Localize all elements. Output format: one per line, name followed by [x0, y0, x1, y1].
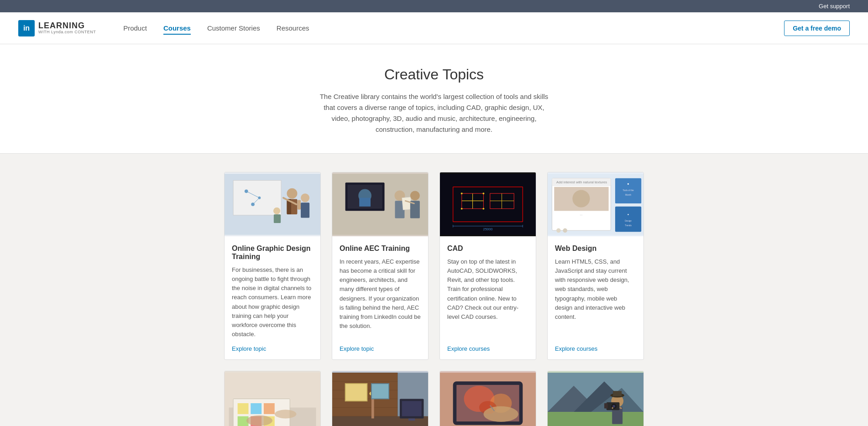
svg-point-72 [246, 416, 272, 426]
aec-illustration [332, 172, 428, 236]
card-title-web-design: Web Design [555, 244, 636, 253]
card-title-aec: Online AEC Training [340, 244, 421, 253]
nav-link-product[interactable]: Product [123, 24, 147, 34]
svg-text:●: ● [627, 213, 629, 216]
svg-rect-90 [402, 401, 422, 416]
card-title-graphic-design: Online Graphic Design Training [232, 244, 313, 261]
svg-text:■: ■ [627, 182, 629, 185]
svg-rect-106 [548, 412, 643, 426]
svg-rect-59 [615, 207, 641, 232]
ux-illustration [225, 371, 320, 426]
video-illustration [548, 371, 643, 426]
nav-item-courses[interactable]: Courses [163, 24, 191, 32]
svg-line-115 [612, 408, 613, 409]
cards-row-2: User Experience Develop skills in user e… [224, 371, 644, 426]
nav-item-customer-stories[interactable]: Customer Stories [207, 24, 260, 32]
card-link-graphic-design[interactable]: Explore topic [232, 345, 313, 352]
card-desc-graphic-design: For businesses, there is an ongoing batt… [232, 265, 313, 339]
nav-item-resources[interactable]: Resources [277, 24, 309, 32]
page-title: Creative Topics [9, 66, 859, 83]
nav-link-courses[interactable]: Courses [163, 24, 191, 35]
svg-point-14 [273, 208, 280, 214]
svg-rect-68 [264, 403, 275, 414]
svg-point-12 [301, 193, 309, 202]
card-body-web-design: Web Design Learn HTML5, CSS, and JavaScr… [548, 236, 643, 359]
card-web-design: Add interest with natural textures ... ■… [547, 172, 644, 360]
webdesign-illustration: Add interest with natural textures ... ■… [548, 172, 643, 236]
svg-point-54 [563, 229, 567, 233]
card-image-3d [332, 371, 428, 426]
card-image-graphic-design [225, 172, 320, 236]
logo-icon: in [18, 20, 35, 36]
svg-point-24 [410, 191, 420, 200]
svg-rect-110 [613, 391, 622, 396]
svg-rect-20 [359, 198, 371, 207]
svg-point-51 [572, 190, 590, 208]
cards-row-1: Online Graphic Design Training For busin… [224, 172, 644, 360]
svg-rect-15 [274, 214, 281, 223]
card-body-cad: CAD Stay on top of the latest in AutoCAD… [440, 236, 536, 359]
card-image-video [548, 371, 643, 426]
card-image-aec [332, 172, 428, 236]
card-3d: 3D and Animation Build 3D models, design… [332, 371, 429, 426]
card-link-cad[interactable]: Explore courses [447, 345, 528, 352]
card-desc-cad: Stay on top of the latest in AutoCAD, SO… [447, 257, 528, 339]
svg-text:Month: Month [625, 194, 632, 196]
svg-point-73 [275, 410, 297, 418]
top-bar: Get support [0, 0, 868, 12]
card-image-ux [225, 371, 320, 426]
svg-text:Tools of the: Tools of the [622, 189, 634, 192]
svg-rect-66 [238, 403, 249, 414]
logo-text: LEARNING WITH Lynda.com CONTENT [38, 21, 96, 35]
svg-rect-10 [297, 200, 301, 209]
card-image-cad: 25000 [440, 172, 536, 236]
svg-point-99 [483, 406, 518, 422]
nav-links: Product Courses Customer Stories Resourc… [123, 24, 784, 32]
get-support-link[interactable]: Get support [819, 3, 850, 10]
card-aec: Online AEC Training In recent years, AEC… [332, 172, 429, 360]
svg-point-45 [483, 208, 485, 210]
card-body-graphic-design: Online Graphic Design Training For busin… [225, 236, 320, 359]
svg-text:Design: Design [625, 220, 632, 222]
nav-link-customer-stories[interactable]: Customer Stories [207, 24, 260, 34]
art-illustration [440, 371, 536, 426]
svg-point-43 [483, 192, 485, 194]
card-desc-web-design: Learn HTML5, CSS, and JavaScript and sta… [555, 257, 636, 339]
logo-title: LEARNING [38, 21, 96, 31]
svg-rect-27 [440, 174, 536, 235]
svg-rect-91 [408, 419, 415, 421]
nav-item-product[interactable]: Product [123, 24, 147, 32]
nav-link-resources[interactable]: Resources [277, 24, 309, 34]
svg-rect-13 [301, 203, 309, 218]
svg-rect-88 [371, 384, 389, 399]
graphic-design-illustration [225, 172, 320, 236]
svg-text:25000: 25000 [483, 227, 492, 231]
svg-point-44 [461, 208, 463, 210]
main-content: Online Graphic Design Training For busin… [215, 154, 653, 426]
card-image-art [440, 371, 536, 426]
svg-point-113 [612, 405, 615, 408]
page-description: The Creative library contains the world'… [315, 91, 553, 135]
card-cad: 25000 CAD Stay on top of the latest in A… [439, 172, 536, 360]
svg-text:Add interest with natural text: Add interest with natural textures [556, 180, 607, 184]
card-image-web-design: Add interest with natural textures ... ■… [548, 172, 643, 236]
logo-subtitle: WITH Lynda.com CONTENT [38, 30, 96, 35]
svg-text:Trends: Trends [625, 224, 632, 227]
logo-link[interactable]: in LEARNING WITH Lynda.com CONTENT [18, 20, 96, 36]
card-link-web-design[interactable]: Explore courses [555, 345, 636, 352]
svg-point-42 [461, 192, 463, 194]
card-video: Video Further develop your professional … [547, 371, 644, 426]
svg-point-53 [556, 229, 561, 233]
page-header: Creative Topics The Creative library con… [0, 44, 868, 154]
svg-point-7 [287, 188, 298, 199]
svg-line-116 [620, 408, 622, 409]
cad-illustration: 25000 [440, 172, 536, 236]
get-demo-button[interactable]: Get a free demo [784, 21, 850, 36]
card-art: Art and Illustration Learn and get pract… [439, 371, 536, 426]
svg-text:...: ... [580, 213, 583, 216]
card-title-cad: CAD [447, 244, 528, 253]
card-link-aec[interactable]: Explore topic [340, 345, 421, 352]
card-graphic-design: Online Graphic Design Training For busin… [224, 172, 321, 360]
svg-rect-87 [345, 384, 367, 401]
card-ux: User Experience Develop skills in user e… [224, 371, 321, 426]
